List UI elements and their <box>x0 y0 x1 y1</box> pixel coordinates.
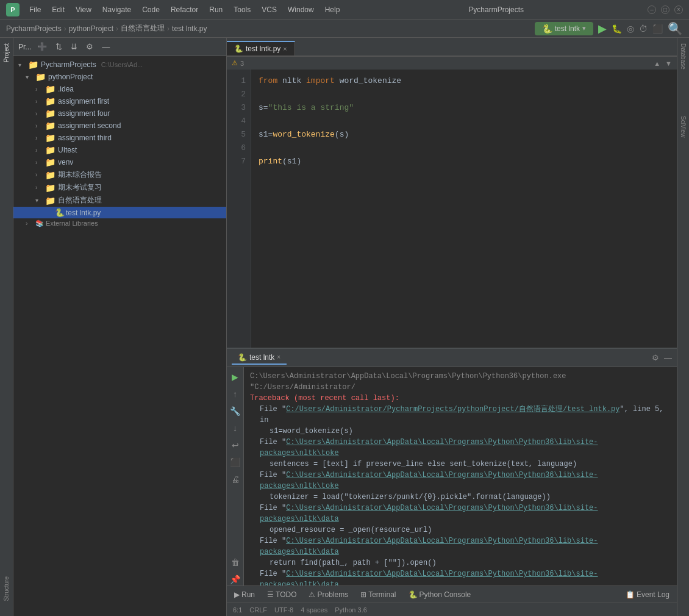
close-button[interactable]: × <box>674 5 683 14</box>
editor-tab-test-lntk[interactable]: 🐍 test lntk.py × <box>227 41 295 56</box>
python-version[interactable]: Python 3.6 <box>335 606 367 614</box>
settings-tool-button[interactable]: 🔧 <box>229 405 241 417</box>
tree-label: pythonProject <box>48 73 93 81</box>
editor-tabs: 🐍 test lntk.py × <box>227 38 677 56</box>
event-log-button[interactable]: 📋 Event Log <box>621 589 674 600</box>
breadcrumb-item-1[interactable]: PycharmProjects <box>6 24 62 33</box>
menu-help[interactable]: Help <box>320 4 345 15</box>
output-code-1: s1=word_tokenize(s) <box>250 426 671 437</box>
tab-problems[interactable]: ⚠ Problems <box>304 589 353 601</box>
run-button[interactable]: ▶ <box>598 22 607 35</box>
sciview-panel-label[interactable]: SciView <box>679 113 688 140</box>
scroll-up-button[interactable]: ↑ <box>232 388 238 400</box>
tree-item-assignment-first[interactable]: › 📁 assignment first <box>13 95 226 107</box>
pin-button[interactable]: 📌 <box>229 573 241 586</box>
stop-button[interactable]: ⬛ <box>652 24 663 34</box>
project-title: Pr... <box>18 43 31 51</box>
database-panel-label[interactable]: Database <box>679 41 688 72</box>
project-panel-label[interactable]: Project <box>2 41 11 65</box>
warning-down-nav[interactable]: ▼ <box>665 60 672 67</box>
scroll-from-source-button[interactable]: ⇅ <box>53 41 65 52</box>
menu-run[interactable]: Run <box>204 4 227 15</box>
tree-item-root[interactable]: ▾ 📁 PycharmProjects C:\Users\Ad... <box>13 59 226 71</box>
code-line-1: from nltk import word_tokenize <box>259 74 669 88</box>
close-panel-button[interactable]: — <box>99 41 112 52</box>
tree-item-venv[interactable]: › 📁 venv <box>13 156 226 168</box>
breadcrumb-item-3[interactable]: 自然语言处理 <box>121 23 165 34</box>
profile-button[interactable]: ⏱ <box>639 24 648 34</box>
code-editor: 1 2 3 4 5 6 7 from nltk import word_toke… <box>227 70 677 348</box>
expand-icon: › <box>35 123 43 129</box>
add-button[interactable]: ➕ <box>35 41 49 52</box>
project-panel: Pr... ➕ ⇅ ⇊ ⚙ — ▾ 📁 PycharmProjects C:\U… <box>13 38 227 616</box>
folder-icon: 📁 <box>45 183 55 193</box>
event-log-label: Event Log <box>637 590 669 599</box>
maximize-button[interactable]: □ <box>661 5 669 14</box>
expand-icon: › <box>35 184 43 191</box>
menu-code[interactable]: Code <box>137 4 165 15</box>
code-line-6 <box>259 141 669 155</box>
menu-navigate[interactable]: Navigate <box>98 4 136 15</box>
bottom-panel: 🐍 test lntk × ⚙ — ▶ ↑ 🔧 ↓ ↩ ⬛ 🖨 🗑 📌 <box>227 348 677 586</box>
tree-item-idea[interactable]: › 📁 .idea <box>13 83 226 95</box>
run-minimize-button[interactable]: — <box>664 353 672 362</box>
menu-window[interactable]: Window <box>283 4 319 15</box>
expand-icon: › <box>35 147 43 154</box>
menu-edit[interactable]: Edit <box>47 4 70 15</box>
folder-icon: 📁 <box>45 109 55 118</box>
tab-run[interactable]: ▶ Run <box>229 589 260 601</box>
tab-python-console[interactable]: 🐍 Python Console <box>404 589 476 601</box>
collapse-all-button[interactable]: ⇊ <box>68 41 80 52</box>
tree-item-qimo-zonghebg[interactable]: › 📁 期末综合报告 <box>13 168 226 181</box>
tab-close-button[interactable]: × <box>283 45 287 52</box>
breadcrumb-item-4[interactable]: test lntk.py <box>172 24 207 33</box>
tree-item-external-libraries[interactable]: › 📚 External Libraries <box>13 218 226 229</box>
tree-item-test-lntk[interactable]: 🐍 test lntk.py <box>13 207 226 218</box>
line-ending[interactable]: CRLF <box>249 606 267 614</box>
expand-icon: ▾ <box>18 62 26 68</box>
run-tab-close-button[interactable]: × <box>277 354 280 360</box>
run-settings-button[interactable]: ⚙ <box>652 353 659 362</box>
scroll-down-button[interactable]: ↓ <box>232 422 238 434</box>
menu-tools[interactable]: Tools <box>229 4 255 15</box>
menu-refactor[interactable]: Refactor <box>166 4 203 15</box>
stop-run-button[interactable]: ⬛ <box>229 456 241 468</box>
tree-item-assignment-four[interactable]: › 📁 assignment four <box>13 107 226 120</box>
menu-view[interactable]: View <box>71 4 96 15</box>
tab-terminal[interactable]: ⊞ Terminal <box>355 589 401 601</box>
output-file-2: File "C:\Users\Administrator\AppData\Loc… <box>250 437 671 459</box>
clear-output-button[interactable]: 🗑 <box>230 556 241 568</box>
indent-setting[interactable]: 4 spaces <box>301 606 327 614</box>
tree-item-uitest[interactable]: › 📁 UItest <box>13 144 226 156</box>
run-config-button[interactable]: 🐍 test lntk ▾ <box>535 22 593 35</box>
tab-label: test lntk.py <box>246 45 280 53</box>
right-sidebar: Database SciView <box>677 38 689 616</box>
menu-file[interactable]: File <box>24 4 46 15</box>
tree-item-assignment-second[interactable]: › 📁 assignment second <box>13 120 226 132</box>
tab-todo[interactable]: ☰ TODO <box>262 589 301 601</box>
tree-label: PycharmProjects <box>41 60 96 69</box>
print-button[interactable]: 🖨 <box>230 473 241 485</box>
menu-vcs[interactable]: VCS <box>257 4 282 15</box>
cursor-position[interactable]: 6:1 <box>233 606 242 614</box>
minimize-button[interactable]: – <box>648 5 656 14</box>
warning-up-nav[interactable]: ▲ <box>654 60 660 67</box>
settings-button[interactable]: ⚙ <box>84 41 96 52</box>
soft-wrap-button[interactable]: ↩ <box>230 439 240 451</box>
tree-item-qimo-kaoshi[interactable]: › 📁 期末考试复习 <box>13 181 226 194</box>
coverage-button[interactable]: ◎ <box>627 24 634 34</box>
run-output[interactable]: C:\Users\Administrator\AppData\Local\Pro… <box>244 367 677 586</box>
breadcrumb-item-2[interactable]: pythonProject <box>69 24 113 33</box>
structure-panel-label[interactable]: Structure <box>2 574 11 604</box>
tree-item-assignment-third[interactable]: › 📁 assignment third <box>13 132 226 144</box>
debug-button[interactable]: 🐛 <box>612 24 622 34</box>
folder-icon: 📁 <box>45 196 55 206</box>
folder-icon: 📁 <box>45 84 55 94</box>
run-tab-active[interactable]: 🐍 test lntk × <box>232 351 287 365</box>
code-content[interactable]: from nltk import word_tokenize s="this i… <box>251 70 677 348</box>
file-encoding[interactable]: UTF-8 <box>274 606 293 614</box>
search-everywhere-button[interactable]: 🔍 <box>668 21 683 36</box>
tree-item-ziran[interactable]: ▾ 📁 自然语言处理 <box>13 194 226 207</box>
rerun-button[interactable]: ▶ <box>230 371 240 383</box>
tree-item-pythonproject[interactable]: ▾ 📁 pythonProject <box>13 71 226 83</box>
